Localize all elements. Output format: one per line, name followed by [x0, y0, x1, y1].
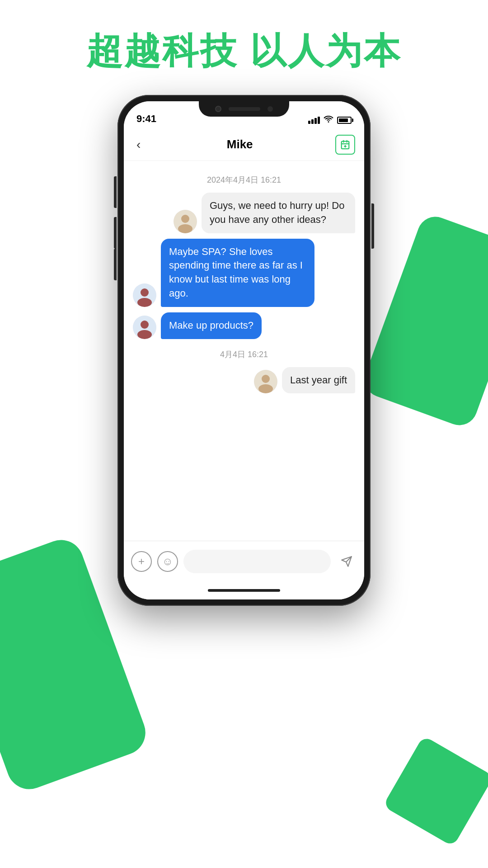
bubble-incoming-2: Make up products?: [161, 312, 262, 339]
message-input[interactable]: [183, 550, 331, 573]
phone-wrapper: 9:41: [117, 95, 371, 606]
bubble-incoming-1: Maybe SPA? She loves spending time there…: [161, 239, 314, 307]
bubble-outgoing-1: Guys, we need to hurry up! Do you have a…: [202, 193, 355, 233]
status-icons: [308, 115, 352, 125]
avatar-1: [174, 210, 197, 233]
notch-dot: [267, 106, 273, 112]
chat-header: ‹ Mike: [124, 128, 364, 161]
calendar-button[interactable]: [335, 135, 355, 155]
svg-point-16: [262, 375, 270, 383]
bg-shape-right-top: [360, 212, 488, 430]
avatar-3: [133, 316, 156, 339]
status-time: 9:41: [136, 113, 156, 125]
notch-camera: [215, 106, 221, 112]
svg-point-13: [141, 321, 149, 329]
home-indicator: [124, 581, 364, 599]
add-button[interactable]: +: [131, 551, 152, 572]
svg-point-14: [137, 330, 152, 339]
timestamp-1: 2024年4月4日 16:21: [133, 175, 355, 185]
avatar-4: [254, 370, 277, 393]
phone-frame: 9:41: [117, 95, 371, 606]
chat-input-area: + ☺: [124, 541, 364, 581]
svg-point-10: [141, 288, 149, 297]
bg-shape-right-bottom: [383, 736, 488, 847]
message-row-1: Guys, we need to hurry up! Do you have a…: [133, 193, 355, 233]
wifi-icon: [324, 115, 333, 125]
battery-icon: [337, 117, 352, 124]
bubble-outgoing-2: Last year gift: [282, 367, 355, 394]
message-row-2: Maybe SPA? She loves spending time there…: [133, 239, 355, 307]
emoji-button[interactable]: ☺: [157, 551, 178, 572]
phone-screen: 9:41: [124, 101, 364, 599]
message-row-4: Last year gift: [133, 367, 355, 394]
headline: 超越科技 以人为本: [0, 27, 488, 76]
message-row-3: Make up products?: [133, 312, 355, 339]
notch-speaker: [229, 107, 260, 111]
home-bar: [208, 589, 280, 592]
svg-point-11: [137, 298, 152, 307]
signal-icon: [308, 117, 320, 124]
chat-messages: 2024年4月4日 16:21 Guys, we need to hurry u…: [124, 161, 364, 541]
svg-point-8: [178, 224, 192, 233]
status-bar: 9:41: [124, 101, 364, 128]
avatar-2: [133, 283, 156, 307]
timestamp-2: 4月4日 16:21: [133, 349, 355, 360]
svg-point-7: [181, 215, 189, 223]
send-button[interactable]: [336, 551, 357, 572]
back-button[interactable]: ‹: [133, 134, 144, 156]
svg-point-17: [258, 384, 273, 393]
chat-title: Mike: [144, 137, 335, 151]
notch: [199, 101, 289, 117]
